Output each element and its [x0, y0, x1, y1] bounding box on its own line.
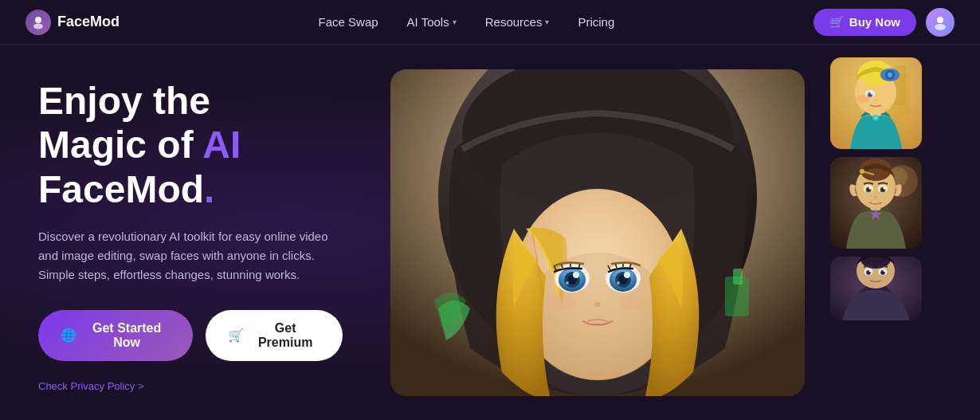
svg-point-39: [871, 92, 873, 95]
hero-description: Discover a revolutionary AI toolkit for …: [38, 227, 343, 285]
logo[interactable]: FaceMod: [25, 10, 120, 35]
svg-rect-26: [733, 269, 743, 285]
privacy-policy-link[interactable]: Check Privacy Policy >: [38, 380, 343, 392]
hero-title: Enjoy the Magic of AI FaceMod.: [38, 79, 343, 211]
nav-links: Face Swap AI Tools ▾ Resources ▾ Pricing: [319, 15, 615, 29]
hero-section: Enjoy the Magic of AI FaceMod. Discover …: [0, 45, 980, 420]
globe-icon: 🌐: [61, 328, 76, 343]
svg-point-9: [526, 253, 669, 380]
chevron-down-icon: ▾: [545, 18, 549, 26]
svg-point-59: [884, 187, 886, 190]
thumbnail-3[interactable]: [830, 257, 922, 320]
svg-point-35: [888, 73, 892, 77]
hero-center-image: [374, 45, 821, 420]
logo-icon: [25, 10, 51, 35]
svg-point-41: [857, 95, 869, 103]
nav-pricing[interactable]: Pricing: [578, 15, 614, 29]
svg-point-68: [869, 270, 871, 272]
svg-point-0: [35, 17, 41, 23]
thumbnail-2[interactable]: [830, 157, 922, 249]
nav-ai-tools[interactable]: AI Tools ▾: [407, 15, 457, 29]
svg-point-60: [874, 196, 877, 198]
chevron-down-icon: ▾: [453, 18, 457, 26]
user-avatar[interactable]: [926, 8, 955, 37]
svg-point-43: [874, 116, 877, 120]
svg-point-2: [937, 17, 943, 23]
logo-text: FaceMod: [57, 14, 120, 30]
svg-point-3: [935, 24, 946, 30]
get-started-button[interactable]: 🌐 Get Started Now: [38, 310, 193, 361]
cart-icon: 🛒: [829, 15, 845, 29]
buy-now-button[interactable]: 🛒 Buy Now: [813, 9, 916, 36]
nav-actions: 🛒 Buy Now: [813, 8, 955, 37]
svg-point-72: [884, 270, 885, 272]
svg-point-51: [860, 169, 864, 174]
svg-point-22: [594, 302, 601, 307]
svg-point-14: [573, 272, 579, 278]
svg-point-20: [624, 272, 630, 278]
svg-point-55: [869, 187, 872, 190]
navbar: FaceMod Face Swap AI Tools ▾ Resources ▾…: [0, 0, 980, 45]
svg-point-23: [547, 294, 576, 310]
svg-point-24: [619, 294, 648, 310]
svg-point-40: [874, 100, 877, 102]
thumbnail-1[interactable]: [830, 57, 922, 149]
cart-icon: 🛒: [228, 328, 244, 343]
svg-point-15: [566, 281, 569, 285]
hero-buttons: 🌐 Get Started Now 🛒 Get Premium: [38, 310, 343, 361]
svg-point-21: [617, 281, 620, 285]
nav-face-swap[interactable]: Face Swap: [319, 15, 378, 29]
main-image-frame: [390, 69, 805, 396]
svg-point-1: [33, 23, 43, 29]
get-premium-button[interactable]: 🛒 Get Premium: [206, 310, 343, 361]
hero-left: Enjoy the Magic of AI FaceMod. Discover …: [0, 45, 374, 420]
main-anime-illustration: [390, 69, 805, 396]
hero-thumbnails: [821, 45, 980, 420]
nav-resources[interactable]: Resources ▾: [485, 15, 550, 29]
